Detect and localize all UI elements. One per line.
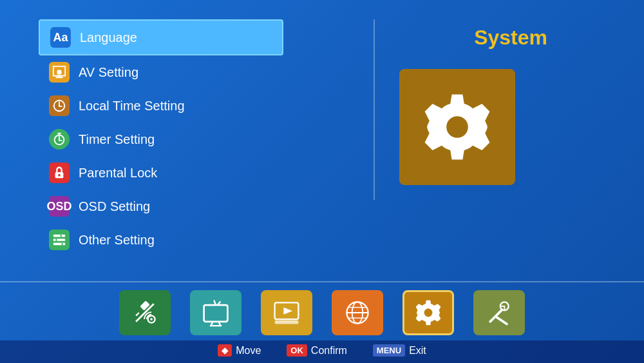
nav-tv[interactable] bbox=[190, 290, 242, 335]
tv-icon bbox=[201, 298, 231, 328]
svg-rect-14 bbox=[53, 239, 65, 241]
other-label: Other Setting bbox=[79, 233, 155, 248]
svg-rect-26 bbox=[204, 305, 228, 322]
svg-rect-2 bbox=[56, 77, 63, 78]
svg-rect-34 bbox=[275, 320, 299, 324]
av-icon bbox=[49, 62, 70, 83]
globe-icon bbox=[343, 298, 372, 328]
svg-rect-16 bbox=[61, 235, 62, 237]
svg-point-19 bbox=[446, 116, 468, 138]
svg-marker-33 bbox=[283, 308, 292, 315]
nav-player[interactable] bbox=[261, 290, 312, 335]
svg-point-23 bbox=[150, 318, 153, 320]
ok-label: Confirm bbox=[311, 345, 347, 357]
svg-rect-17 bbox=[56, 239, 57, 241]
timer-icon bbox=[49, 129, 70, 150]
status-bar: ◆ Move OK Confirm MENU Exit bbox=[0, 340, 644, 363]
menu-item-other[interactable]: Other Setting bbox=[39, 223, 283, 257]
nav-gear[interactable] bbox=[402, 290, 454, 335]
menu-panel: Aa Language AV Setting Local Time Settin… bbox=[39, 19, 283, 275]
svg-line-43 bbox=[496, 317, 507, 324]
menu-label: Exit bbox=[409, 345, 426, 357]
system-title: System bbox=[474, 26, 586, 50]
menu-item-parental[interactable]: Parental Lock bbox=[39, 156, 283, 190]
lock-icon bbox=[49, 162, 70, 183]
localtime-label: Local Time Setting bbox=[79, 99, 185, 113]
osd-icon: OSD bbox=[49, 196, 70, 217]
localtime-icon bbox=[49, 95, 70, 116]
bottom-nav bbox=[0, 282, 644, 340]
svg-line-24 bbox=[136, 313, 139, 316]
svg-rect-18 bbox=[62, 243, 63, 246]
tools-icon bbox=[484, 298, 514, 328]
gear-nav-icon bbox=[413, 298, 443, 328]
menu-item-av[interactable]: AV Setting bbox=[39, 55, 283, 89]
timer-label: Timer Setting bbox=[79, 132, 155, 147]
svg-point-0 bbox=[57, 70, 61, 74]
svg-rect-13 bbox=[53, 235, 65, 237]
satellite-icon bbox=[130, 298, 160, 328]
ok-status: OK Confirm bbox=[287, 344, 347, 357]
other-icon bbox=[49, 230, 70, 250]
move-status: ◆ Move bbox=[218, 344, 261, 357]
osd-label: OSD Setting bbox=[79, 199, 150, 214]
menu-item-timer[interactable]: Timer Setting bbox=[39, 123, 283, 156]
language-label: Language bbox=[80, 30, 137, 45]
right-panel: System bbox=[309, 19, 605, 275]
svg-point-40 bbox=[424, 309, 433, 317]
svg-point-12 bbox=[58, 174, 61, 177]
ok-badge: OK bbox=[287, 344, 307, 357]
content-area: Aa Language AV Setting Local Time Settin… bbox=[0, 0, 644, 281]
language-icon: Aa bbox=[50, 27, 71, 48]
menu-item-osd[interactable]: OSD OSD Setting bbox=[39, 190, 283, 223]
gear-large-icon bbox=[419, 88, 496, 166]
vertical-divider bbox=[374, 19, 375, 200]
menu-status: MENU Exit bbox=[373, 344, 426, 357]
menu-badge: MENU bbox=[373, 344, 405, 357]
svg-rect-15 bbox=[53, 243, 65, 246]
move-badge: ◆ bbox=[218, 344, 232, 357]
nav-tools[interactable] bbox=[473, 290, 525, 335]
svg-rect-1 bbox=[57, 76, 61, 77]
parental-label: Parental Lock bbox=[79, 166, 157, 181]
move-label: Move bbox=[236, 345, 261, 357]
system-gear-box bbox=[399, 69, 515, 185]
av-label: AV Setting bbox=[79, 65, 138, 80]
main-container: Aa Language AV Setting Local Time Settin… bbox=[0, 0, 644, 363]
menu-item-language[interactable]: Aa Language bbox=[39, 19, 283, 55]
player-icon bbox=[272, 298, 301, 328]
menu-item-localtime[interactable]: Local Time Setting bbox=[39, 89, 283, 123]
nav-globe[interactable] bbox=[332, 290, 383, 335]
nav-satellite[interactable] bbox=[119, 290, 171, 335]
